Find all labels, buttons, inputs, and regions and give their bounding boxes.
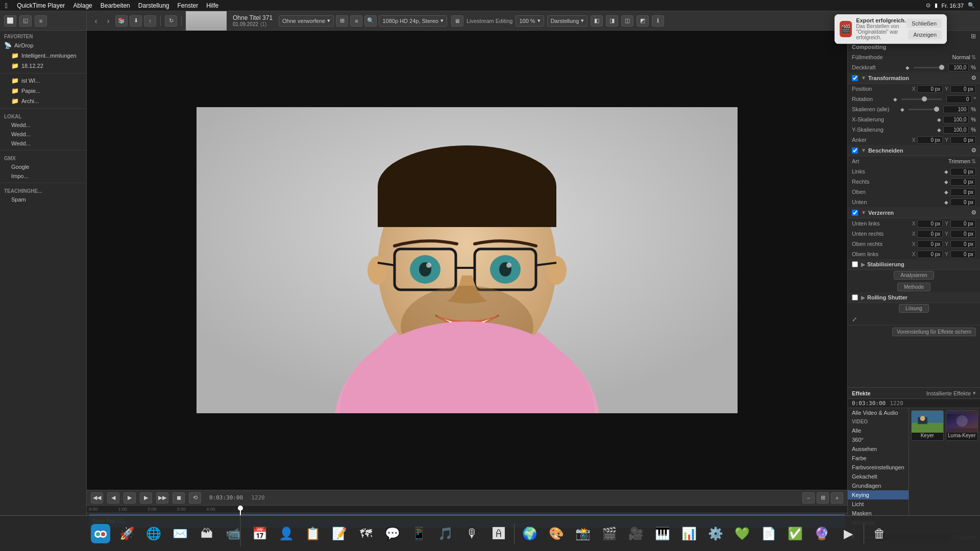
effects-cat-360[interactable]: 360° (848, 435, 909, 444)
stabilize-checkbox[interactable] (852, 261, 858, 267)
timeline-zoom-out-btn[interactable]: − (802, 492, 815, 504)
crop-right-input[interactable] (950, 178, 976, 186)
dock-things[interactable]: ✅ (783, 521, 807, 546)
rolling-shutter-apply-btn[interactable]: Lösung (899, 304, 929, 313)
opacity-keyframe-btn[interactable]: ◆ (905, 65, 910, 70)
dock-appstore[interactable]: 🅰 (486, 521, 511, 546)
sidebar-item-date[interactable]: 📁 18.12.22 (0, 61, 86, 71)
panel-btn-1[interactable]: ◧ (591, 15, 603, 27)
dock-contacts[interactable]: 👤 (274, 521, 299, 546)
pos-x-input[interactable] (917, 85, 943, 93)
scale-x-input[interactable] (943, 116, 969, 123)
anchor-y-input[interactable] (950, 136, 976, 144)
refresh-btn[interactable]: ↻ (165, 15, 177, 27)
dock-ps[interactable]: 🎨 (544, 521, 569, 546)
monitor-btn[interactable]: 🖥 (451, 15, 463, 27)
scale-y-input[interactable] (943, 126, 969, 134)
rotation-thumb[interactable] (922, 96, 927, 102)
panel-btn-2[interactable]: ◨ (606, 15, 618, 27)
sidebar-item-wed-3[interactable]: Wedd... (0, 139, 86, 148)
dock-facetime[interactable]: 📹 (221, 521, 246, 546)
effects-cat-grundlagen[interactable]: Grundlagen (848, 481, 909, 490)
dock-chrome[interactable]: 🌍 (518, 521, 542, 546)
menu-hilfe[interactable]: Hilfe (202, 2, 223, 9)
rolling-shutter-checkbox[interactable] (852, 294, 858, 300)
stabilize-analyze-btn[interactable]: Analysieren (894, 271, 934, 280)
crop-right-keyframe-btn[interactable]: ◆ (944, 179, 948, 185)
zoom-dropdown[interactable]: 100 % ▾ (516, 15, 544, 27)
effect-luma-keyer[interactable]: Luma-Keyer (946, 410, 978, 441)
effects-cat-all-video[interactable]: Alle Video & Audio (848, 408, 909, 417)
effects-cat-alle[interactable]: Alle (848, 426, 909, 435)
sidebar-item-local-2[interactable]: 📁 Papie... (0, 86, 86, 96)
pos-y-input[interactable] (950, 85, 976, 93)
sidebar-item-local-3[interactable]: 📁 Archi... (0, 96, 86, 106)
opacity-input[interactable] (948, 64, 969, 71)
dock-fcpx[interactable]: 🎬 (597, 521, 622, 546)
sidebar-item-google[interactable]: Google (0, 162, 86, 171)
rolling-shutter-header[interactable]: ▶ Rolling Shutter (848, 292, 980, 303)
timeline-play-btn[interactable]: ▶ (124, 492, 136, 504)
menu-quicktime[interactable]: QuickTime Player (13, 2, 69, 9)
fill-mode-value[interactable]: Normal ⇅ (952, 54, 976, 61)
dock-messages[interactable]: 💬 (380, 521, 405, 546)
timeline-next-frame-btn[interactable]: ▶ (140, 492, 152, 504)
menu-bar-search[interactable]: 🔍 (968, 2, 975, 9)
sidebar-item-intelligent[interactable]: 📁 Intelligent...mmlungen (0, 51, 86, 61)
effects-cat-aussehen[interactable]: Aussehen (848, 444, 909, 454)
sidebar-toolbar-btn-3[interactable]: ≡ (35, 15, 47, 27)
dock-safari[interactable]: 🌐 (141, 521, 166, 546)
timeline-loop-btn[interactable]: ⟲ (189, 492, 201, 504)
transformation-checkbox[interactable] (852, 75, 858, 81)
crop-checkbox[interactable] (852, 147, 858, 154)
playhead-handle[interactable] (238, 506, 243, 511)
sidebar-toolbar-btn-2[interactable]: ◱ (19, 15, 32, 27)
crop-top-input[interactable] (950, 188, 976, 196)
scale-x-keyframe-btn[interactable]: ◆ (937, 117, 941, 122)
sidebar-item-wed-2[interactable]: Wedd... (0, 130, 86, 139)
sidebar-item-import[interactable]: Impo... (0, 171, 86, 181)
dock-numbers[interactable]: 📊 (677, 521, 701, 546)
dock-trash[interactable]: 🗑 (867, 521, 892, 546)
timeline-zoom-in-btn[interactable]: + (831, 492, 843, 504)
effects-cat-licht[interactable]: Licht (848, 499, 909, 509)
distort-tr-y-input[interactable] (950, 240, 976, 248)
video-container[interactable]: 🎬 Export erfolgreich. Das Berstellen von… (87, 31, 847, 490)
timeline-prev-frame-btn[interactable]: ◀ (107, 492, 119, 504)
view-dropdown[interactable]: Darstellung ▾ (547, 15, 588, 27)
distort-tl-y-input[interactable] (950, 251, 976, 258)
dock-capture[interactable]: 📸 (571, 521, 595, 546)
sidebar-item-local-1[interactable]: 📁 ist Wl... (0, 76, 86, 86)
effects-cat-keying[interactable]: Keying (848, 490, 909, 499)
panel-btn-3[interactable]: ◫ (621, 15, 633, 27)
distort-bl-x-input[interactable] (917, 220, 943, 228)
distort-header[interactable]: ▼ Verzerren ⊙ (848, 207, 980, 218)
effects-cat-farbe[interactable]: Farbe (848, 454, 909, 463)
expand-icon[interactable]: ⊞ (971, 33, 978, 40)
dock-photos[interactable]: 🏔 (194, 521, 219, 546)
share-btn[interactable]: ↑ (144, 15, 156, 27)
effects-cat-farbvor[interactable]: Farbvoreinstellungen (848, 463, 909, 472)
transformation-reset-icon[interactable]: ⊙ (971, 74, 976, 81)
list-btn[interactable]: ≡ (350, 15, 362, 27)
dock-reminders[interactable]: 📋 (301, 521, 325, 546)
scale-all-slider[interactable] (909, 109, 939, 110)
dock-music[interactable]: 🎵 (433, 521, 458, 546)
fill-mode-stepper[interactable]: ⇅ (971, 54, 976, 61)
dock-calendar[interactable]: 📅 (248, 521, 272, 546)
scale-all-keyframe-btn[interactable]: ◆ (900, 107, 904, 112)
rotation-slider[interactable] (901, 98, 942, 100)
dock-facetime2[interactable]: 📱 (407, 521, 431, 546)
rotation-keyframe-btn[interactable]: ◆ (893, 96, 897, 102)
timeline-fit-btn[interactable]: ⊞ (817, 492, 829, 504)
nav-forward-btn[interactable]: › (103, 16, 113, 26)
distort-tl-x-input[interactable] (917, 251, 943, 258)
dock-lumafusion[interactable]: 🔮 (810, 521, 834, 546)
distort-reset-icon[interactable]: ⊙ (971, 209, 976, 216)
dock-podcasts[interactable]: 🎙 (460, 521, 484, 546)
timeline-prev-btn[interactable]: ◀◀ (91, 492, 103, 504)
apple-menu[interactable]:  (0, 2, 13, 10)
timeline-next-btn[interactable]: ▶▶ (156, 492, 168, 504)
dock-mail[interactable]: ✉️ (168, 521, 192, 546)
menu-fenster[interactable]: Fenster (174, 2, 203, 9)
